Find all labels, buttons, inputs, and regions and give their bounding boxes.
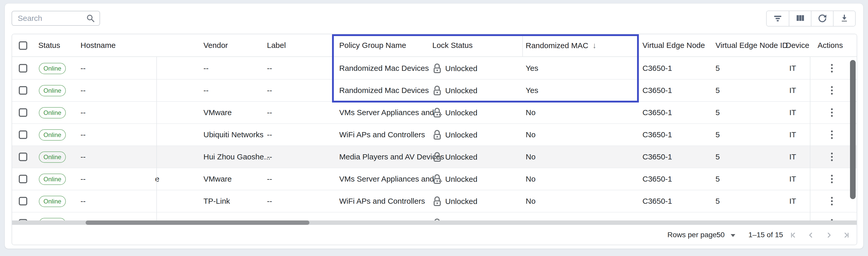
row-actions-menu-icon[interactable] [831, 90, 833, 91]
column-header-randomized-mac-label: Randomized MAC [526, 34, 588, 57]
policy-group-name-cell: Randomized Mac Devices [339, 80, 429, 101]
virtual-edge-node-cell: C3650-1 [643, 146, 672, 168]
table-row: Online -- VMware -- VMs Server Appliance… [12, 102, 857, 124]
vendor-cell: TP-Link [204, 190, 230, 212]
lock-status-text: Unlocked [445, 175, 477, 183]
device-cell: IT [789, 80, 796, 101]
column-header-label[interactable]: Label [267, 34, 286, 56]
header-column-separator [522, 34, 523, 57]
device-table-card: Status Hostname Vendor Label Policy Grou… [5, 3, 863, 249]
lock-status-text: Unlocked [445, 86, 477, 95]
status-badge: Online [39, 218, 66, 221]
row-actions-menu-icon[interactable] [831, 200, 833, 202]
virtual-edge-node-cell: C3650-1 [643, 57, 672, 79]
randomized-mac-cell: No [526, 168, 535, 190]
hostname-cell: -- [81, 57, 86, 79]
next-page-button[interactable] [823, 229, 835, 241]
table-row: Online -- Hui Zhou Gaoshe... -- Media Pl… [12, 146, 857, 168]
search-input[interactable] [12, 14, 86, 23]
device-cell: IT [789, 146, 796, 168]
columns-icon [795, 13, 805, 24]
row-checkbox[interactable] [19, 131, 27, 139]
filter-button[interactable] [767, 11, 789, 26]
label-cell: -- [267, 80, 272, 101]
status-badge: Online [39, 107, 66, 118]
columns-button[interactable] [789, 11, 811, 26]
table-row: Online -- -- -- Randomized Mac Devices U… [12, 57, 857, 80]
column-header-status[interactable]: Status [38, 34, 60, 56]
column-header-randomized-mac[interactable]: Randomized MAC ↓ [526, 34, 596, 57]
unlocked-icon [432, 218, 442, 221]
hostname-cell: -- [81, 124, 86, 145]
row-checkbox[interactable] [19, 64, 27, 73]
column-header-hostname[interactable]: Hostname [81, 34, 116, 56]
column-header-lock-status[interactable]: Lock Status [432, 34, 473, 56]
lock-status-cell: Unlocked [432, 124, 477, 146]
row-checkbox[interactable] [19, 108, 27, 117]
randomized-mac-cell: Yes [526, 80, 538, 101]
vendor-cell: VMware [204, 168, 232, 190]
horizontal-scrollbar-track[interactable] [12, 221, 857, 225]
virtual-edge-node-id-cell: 5 [715, 146, 720, 168]
label-cell: -- [267, 124, 272, 145]
column-header-policy-group-name[interactable]: Policy Group Name [339, 34, 406, 56]
status-badge: Online [39, 85, 66, 96]
vertical-scrollbar-thumb[interactable] [850, 60, 856, 199]
row-checkbox[interactable] [19, 86, 27, 95]
column-header-virtual-edge-node[interactable]: Virtual Edge Node [643, 34, 705, 56]
unlocked-icon [432, 151, 442, 163]
last-page-button[interactable] [840, 229, 852, 241]
policy-group-name-cell: WiFi APs and Controllers [339, 124, 425, 145]
row-actions-menu-icon[interactable] [831, 134, 833, 136]
status-badge: Online [39, 196, 66, 207]
row-checkbox[interactable] [19, 175, 27, 183]
randomized-mac-cell: No [526, 102, 535, 123]
row-actions-menu-icon[interactable] [831, 178, 833, 180]
virtual-edge-node-cell: C3650-1 [643, 102, 672, 123]
randomized-mac-cell: No [526, 190, 535, 212]
unlocked-icon [432, 174, 442, 185]
row-actions-menu-icon[interactable] [831, 156, 833, 158]
device-cell: IT [789, 168, 796, 190]
row-checkbox[interactable] [19, 153, 27, 161]
rows-per-page-select[interactable]: 50 [716, 225, 725, 245]
chevron-down-icon[interactable] [731, 234, 735, 237]
unlocked-icon [432, 107, 442, 118]
lock-status-text: Unlocked [445, 197, 477, 206]
virtual-edge-node-id-cell: 5 [715, 102, 720, 123]
vendor-cell: Hui Zhou Gaoshe... [204, 146, 270, 168]
column-header-device[interactable]: Device [786, 34, 809, 56]
device-cell: IT [789, 57, 796, 79]
status-badge: Online [39, 63, 66, 74]
select-all-checkbox[interactable] [19, 41, 27, 50]
refresh-icon [817, 13, 827, 24]
download-button[interactable] [833, 11, 855, 26]
horizontal-scrollbar-thumb[interactable] [86, 221, 309, 225]
column-header-virtual-edge-node-id[interactable]: Virtual Edge Node ID [715, 34, 788, 56]
refresh-button[interactable] [811, 11, 833, 26]
label-cell: -- [267, 146, 272, 168]
label-cell: -- [267, 190, 272, 212]
table-row: Online [12, 212, 857, 221]
lock-status-cell: Unlocked [432, 168, 477, 190]
previous-page-button[interactable] [805, 229, 816, 241]
last-page-icon [842, 231, 850, 239]
device-cell: IT [789, 124, 796, 145]
table-rows: Online -- -- -- Randomized Mac Devices U… [12, 57, 857, 221]
search-box[interactable] [11, 11, 100, 26]
hostname-cell: -- [81, 168, 86, 190]
hostname-cell: -- [81, 80, 86, 101]
vendor-cell: Ubiquiti Networks [204, 124, 264, 145]
device-table: Status Hostname Vendor Label Policy Grou… [11, 34, 857, 245]
virtual-edge-node-id-cell: 5 [715, 80, 720, 101]
row-actions-menu-icon[interactable] [831, 112, 833, 114]
label-cell: -- [267, 102, 272, 123]
row-checkbox[interactable] [19, 197, 27, 205]
first-page-button[interactable] [788, 229, 799, 241]
label-cell: -- [267, 57, 272, 79]
virtual-edge-node-cell: C3650-1 [643, 80, 672, 101]
lock-status-cell: Unlocked [432, 80, 477, 102]
lock-status-text: Unlocked [445, 153, 477, 162]
row-actions-menu-icon[interactable] [831, 67, 833, 69]
column-header-vendor[interactable]: Vendor [204, 34, 228, 56]
